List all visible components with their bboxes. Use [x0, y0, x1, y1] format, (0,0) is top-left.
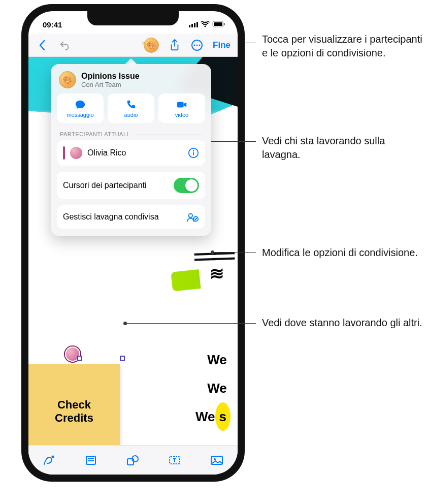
status-right — [189, 20, 225, 29]
video-button[interactable]: video — [158, 93, 205, 123]
collab-avatar-button[interactable]: 🎨 — [144, 38, 159, 53]
participant-name: Olivia Rico — [87, 148, 183, 158]
undo-button[interactable] — [58, 39, 71, 52]
svg-point-16 — [193, 150, 194, 152]
collab-popover: 🎨 Opinions Issue Con Art Team messaggio … — [51, 64, 211, 236]
callout-text: Vedi dove stanno lavorando gli altri. — [262, 316, 422, 330]
more-button[interactable] — [190, 39, 204, 52]
share-button[interactable] — [168, 39, 181, 52]
svg-point-6 — [199, 44, 201, 46]
manage-share-label: Gestisci lavagna condivisa — [63, 212, 181, 222]
board-avatar-icon: 🎨 — [59, 71, 76, 88]
bottom-toolbar — [28, 445, 238, 475]
status-time: 09:41 — [43, 20, 62, 29]
nav-bar: 🎨 Fine — [28, 34, 238, 57]
popover-subtitle: Con Art Team — [81, 81, 140, 88]
popover-header: 🎨 Opinions Issue Con Art Team — [57, 70, 205, 93]
callout-text: Tocca per visualizzare i partecipanti e … — [262, 33, 424, 60]
svg-point-13 — [214, 458, 216, 460]
canvas-scribble: ≋ — [210, 263, 222, 284]
sticky-text: Check Credits — [39, 398, 110, 425]
shapes-tool-icon[interactable] — [126, 454, 140, 466]
done-button[interactable]: Fine — [213, 40, 231, 50]
cursors-toggle-row: Cursori dei partecipanti — [57, 172, 205, 199]
svg-point-7 — [52, 455, 54, 458]
manage-share-icon — [186, 211, 199, 223]
notch — [87, 11, 179, 25]
svg-rect-14 — [177, 102, 184, 107]
cursors-toggle[interactable] — [174, 178, 199, 193]
svg-point-18 — [189, 214, 192, 217]
popover-title: Opinions Issue — [81, 72, 140, 81]
canvas-text: We We Wes — [195, 345, 231, 431]
cursors-label: Cursori dei partecipanti — [63, 180, 169, 190]
callout-text: Vedi chi sta lavorando sulla lavagna. — [262, 134, 424, 162]
manage-share-row[interactable]: Gestisci lavagna condivisa — [57, 205, 205, 229]
video-label: video — [175, 112, 188, 118]
participant-avatar-icon — [70, 147, 82, 159]
back-button[interactable] — [36, 39, 49, 52]
phone-frame: 09:41 🎨 — [21, 4, 245, 482]
cell-signal-icon — [189, 22, 198, 27]
pen-tool-icon[interactable] — [42, 454, 56, 466]
participant-row[interactable]: Olivia Rico — [57, 140, 205, 166]
info-icon[interactable] — [188, 147, 199, 159]
message-label: messaggio — [67, 112, 93, 118]
callout-text: Modifica le opzioni di condivisione. — [262, 246, 418, 260]
svg-rect-2 — [224, 23, 225, 25]
callout-leader — [125, 323, 256, 324]
svg-rect-17 — [193, 152, 194, 155]
sticky-tool-icon[interactable] — [84, 454, 98, 466]
audio-label: audio — [124, 112, 138, 118]
callout-leader — [212, 252, 256, 253]
svg-point-5 — [196, 44, 198, 46]
screen: 09:41 🎨 — [28, 11, 238, 475]
audio-button[interactable]: audio — [108, 93, 154, 123]
wifi-icon — [201, 20, 210, 29]
participants-section-label: PARTECIPANTI ATTUALI — [60, 131, 202, 137]
battery-icon — [212, 20, 225, 29]
presence-bar-icon — [63, 146, 65, 160]
svg-point-4 — [194, 44, 195, 46]
text-tool-icon[interactable] — [168, 454, 182, 466]
svg-rect-1 — [214, 22, 222, 26]
message-button[interactable]: messaggio — [57, 93, 104, 123]
media-tool-icon[interactable] — [210, 454, 224, 466]
